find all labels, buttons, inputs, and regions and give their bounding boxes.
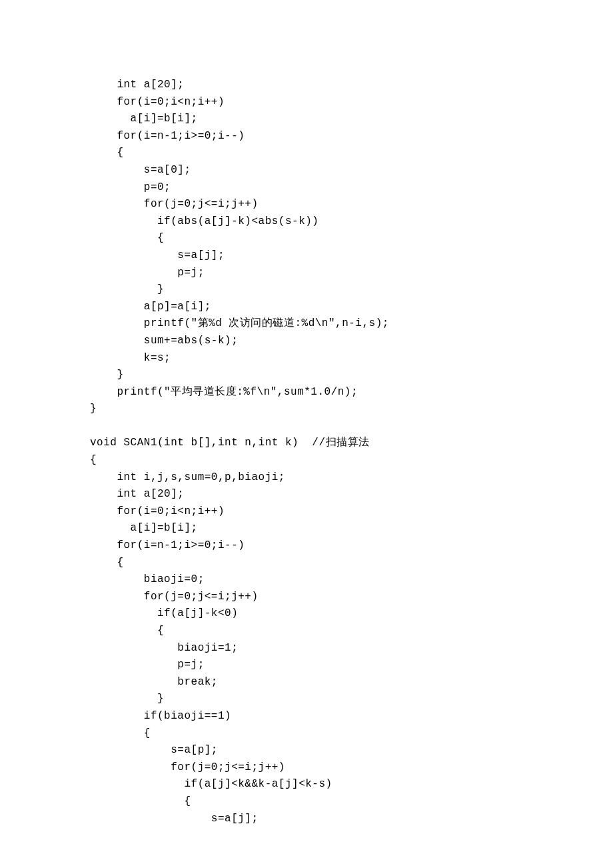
code-document: int a[20]; for(i=0;i<n;i++) a[i]=b[i]; f…: [0, 0, 613, 868]
code-block: int a[20]; for(i=0;i<n;i++) a[i]=b[i]; f…: [90, 79, 389, 825]
